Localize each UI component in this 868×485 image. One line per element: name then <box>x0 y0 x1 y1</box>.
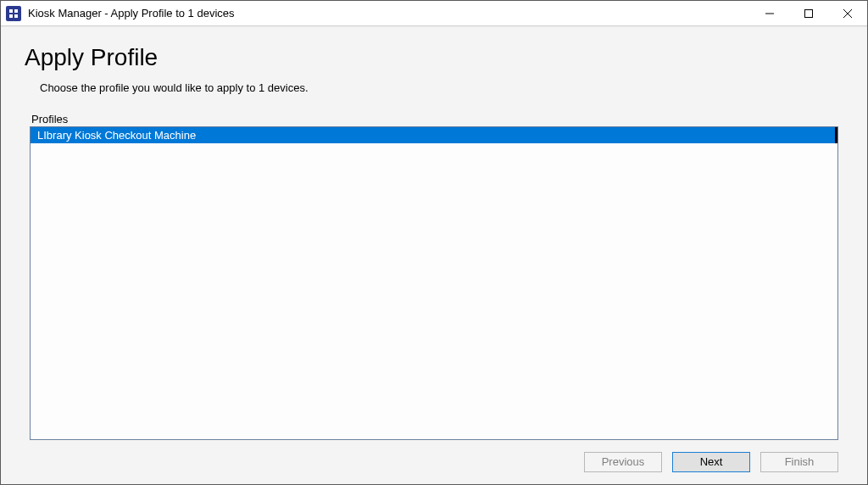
svg-rect-5 <box>805 9 813 17</box>
app-window: Kiosk Manager - Apply Profile to 1 devic… <box>0 0 868 485</box>
profiles-label: Profiles <box>31 113 843 125</box>
finish-button[interactable]: Finish <box>760 452 838 472</box>
maximize-button[interactable] <box>789 1 828 25</box>
svg-rect-0 <box>9 9 13 13</box>
window-controls <box>750 1 867 25</box>
page-title: Apply Profile <box>25 44 843 71</box>
close-button[interactable] <box>828 1 867 25</box>
profiles-listbox[interactable]: LIbrary Kiosk Checkout Machine <box>30 126 838 440</box>
wizard-buttons: Previous Next Finish <box>25 452 838 472</box>
svg-rect-2 <box>9 14 13 18</box>
next-button[interactable]: Next <box>672 452 750 472</box>
titlebar: Kiosk Manager - Apply Profile to 1 devic… <box>1 1 867 26</box>
previous-button[interactable]: Previous <box>584 452 662 472</box>
svg-rect-1 <box>14 9 18 13</box>
minimize-button[interactable] <box>750 1 789 25</box>
wizard-content: Apply Profile Choose the profile you wou… <box>1 26 867 484</box>
profile-item[interactable]: LIbrary Kiosk Checkout Machine <box>31 127 837 143</box>
app-icon <box>6 6 21 21</box>
instruction-text: Choose the profile you would like to app… <box>40 81 843 94</box>
svg-rect-3 <box>14 14 18 18</box>
window-title: Kiosk Manager - Apply Profile to 1 devic… <box>28 7 750 20</box>
